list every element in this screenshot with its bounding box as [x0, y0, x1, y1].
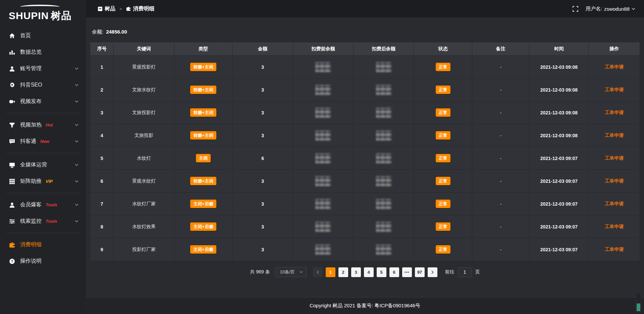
breadcrumb-separator: >: [119, 6, 122, 11]
fullscreen-icon[interactable]: [573, 6, 578, 12]
sidebar-item-all-media[interactable]: 全媒体运营: [0, 157, 86, 173]
cell-remark: -: [472, 215, 529, 238]
logo-text: SHUPIN树品: [9, 9, 86, 23]
wallet-icon: [9, 242, 15, 248]
type-badge: 主词: [196, 154, 211, 162]
cell-no: 1: [90, 56, 114, 78]
breadcrumb-item-root[interactable]: 树品: [98, 5, 115, 12]
work-order-link[interactable]: 工单申请: [605, 87, 624, 92]
cell-keyword: 景观水纹灯: [114, 170, 174, 193]
blurred-balance: [315, 222, 331, 232]
page-button-97[interactable]: 97: [415, 267, 425, 277]
type-badge: 前缀+主词: [190, 177, 216, 185]
status-badge: 正常: [436, 86, 450, 94]
footer: Copyright 树品 2021 备案号: 粤ICP备09019646号: [86, 297, 644, 314]
sidebar-item-douyin-seo[interactable]: 抖音SEO: [0, 77, 86, 93]
balance: 余额:24856.00: [92, 29, 640, 35]
status-badge: 正常: [436, 177, 450, 185]
work-order-link[interactable]: 工单申请: [605, 247, 624, 252]
cell-amount: 3: [232, 238, 293, 261]
page-button-3[interactable]: 3: [351, 267, 361, 277]
sidebar-item-douketong[interactable]: 抖客通 New: [0, 133, 86, 150]
sidebar-item-account[interactable]: 账号管理: [0, 60, 86, 77]
cell-action: 工单申请: [589, 101, 640, 124]
cell-no: 8: [90, 215, 114, 238]
cell-keyword: 景观投影灯: [114, 56, 174, 78]
tools-badge: Tools: [46, 202, 57, 207]
sliders-icon: [9, 218, 15, 224]
cell-balance-before: [293, 56, 353, 78]
goto-page: 前往 页: [445, 267, 480, 277]
app-icon: [98, 7, 102, 11]
cell-keyword: 文旅投影: [114, 124, 174, 147]
tools-badge: Tools: [46, 219, 57, 224]
cell-balance-after: [354, 147, 414, 170]
cell-balance-before: [293, 124, 353, 147]
hot-badge: Hot: [46, 122, 53, 127]
cell-keyword: 文旅投影灯: [114, 101, 174, 124]
user-icon: [9, 202, 15, 208]
blurred-balance: [315, 108, 331, 118]
cell-action: 工单申请: [589, 193, 640, 215]
sidebar-item-video-heat[interactable]: 视频加热 Hot: [0, 117, 86, 133]
user-icon: [9, 65, 15, 72]
sidebar-item-consumption-detail[interactable]: 消费明细: [0, 237, 86, 253]
next-page-button[interactable]: [428, 267, 437, 277]
col-header-status: 状态: [414, 42, 472, 56]
more-pages-button[interactable]: •••: [402, 267, 412, 277]
work-order-link[interactable]: 工单申请: [605, 201, 624, 206]
prev-page-button[interactable]: [313, 267, 323, 277]
col-header-action: 操作: [589, 42, 640, 56]
logo-cn: 树品: [51, 10, 71, 21]
work-order-link[interactable]: 工单申请: [605, 155, 624, 161]
col-header-type: 类型: [174, 42, 232, 56]
cell-remark: -: [472, 170, 529, 193]
cell-remark: -: [472, 101, 529, 124]
col-header-time: 时间: [529, 42, 589, 56]
user-dropdown[interactable]: 用户名: zswodun88: [586, 6, 635, 12]
cell-status: 正常: [414, 147, 472, 170]
page-button-6[interactable]: 6: [389, 267, 399, 277]
page-button-2[interactable]: 2: [338, 267, 348, 277]
chevron-down-icon: [75, 67, 78, 70]
cell-no: 7: [90, 193, 114, 215]
cell-balance-before: [293, 170, 353, 193]
page-button-5[interactable]: 5: [377, 267, 386, 277]
mini-scrollbar[interactable]: [636, 293, 641, 312]
sidebar-item-label: 矩阵助推: [20, 178, 42, 185]
bar-chart-icon: [9, 49, 15, 55]
breadcrumb-item-current[interactable]: 消费明细: [126, 5, 155, 12]
goto-page-input[interactable]: [458, 267, 472, 277]
sidebar-item-matrix-boost[interactable]: 矩阵助推 VIP: [0, 173, 86, 190]
table-row: 2 文旅水纹灯 前缀+主词 3 正常 - 2021-12-03 09:08 工单…: [90, 78, 640, 101]
page-size-select[interactable]: 10条/页: [275, 267, 307, 277]
page-button-4[interactable]: 4: [364, 267, 374, 277]
cell-action: 工单申请: [589, 215, 640, 238]
cell-balance-before: [293, 193, 353, 215]
sidebar-item-home[interactable]: 首页: [0, 28, 86, 44]
work-order-link[interactable]: 工单申请: [605, 110, 624, 115]
work-order-link[interactable]: 工单申请: [605, 178, 624, 184]
sidebar-item-data-overview[interactable]: 数据总览: [0, 44, 86, 60]
work-order-link[interactable]: 工单申请: [605, 64, 624, 69]
sidebar-item-instructions[interactable]: ? 操作说明: [0, 253, 86, 269]
cell-balance-before: [293, 101, 353, 124]
sidebar-item-member-baoke[interactable]: 会员爆客 Tools: [0, 197, 86, 213]
sidebar-item-label: 会员爆客: [20, 201, 42, 208]
cell-no: 6: [90, 170, 114, 193]
work-order-link[interactable]: 工单申请: [605, 133, 624, 138]
cell-type: 前缀+主词: [174, 101, 232, 124]
sidebar-item-label: 数据总览: [20, 49, 42, 56]
main-area: 树品 > 消费明细 用户名: zswodun88: [86, 0, 644, 314]
page-button-1[interactable]: 1: [326, 267, 335, 277]
col-header-balance-before: 扣费前余额: [293, 42, 353, 56]
sidebar-item-label: 账号管理: [20, 65, 42, 72]
col-header-no: 序号: [90, 42, 114, 56]
mini-scrollbar-thumb[interactable]: [637, 304, 640, 311]
sidebar-item-video-publish[interactable]: 视频发布: [0, 93, 86, 110]
new-badge: New: [40, 139, 49, 144]
cell-action: 工单申请: [589, 238, 640, 261]
sidebar-item-lead-monitor[interactable]: 线索监控 Tools: [0, 213, 86, 229]
work-order-link[interactable]: 工单申请: [605, 224, 624, 229]
chat-icon: [9, 138, 15, 145]
